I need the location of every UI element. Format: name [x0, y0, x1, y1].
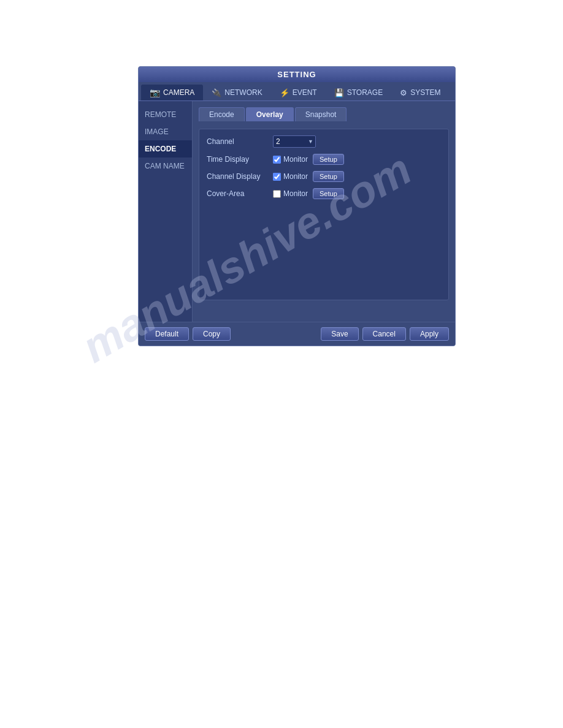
time-display-monitor-text: Monitor	[283, 155, 308, 164]
channel-label: Channel	[207, 137, 268, 146]
cover-area-label: Cover-Area	[207, 189, 268, 198]
tab-event-label: EVENT	[293, 88, 317, 97]
cover-area-monitor-text: Monitor	[283, 189, 308, 198]
inner-tab-encode[interactable]: Encode	[199, 107, 245, 121]
tab-system[interactable]: ⚙ SYSTEM	[391, 85, 449, 100]
tab-camera-label: CAMERA	[163, 88, 194, 97]
inner-tab-snapshot[interactable]: Snapshot	[295, 107, 347, 121]
settings-dialog: SETTING 📷 CAMERA 🔌 NETWORK ⚡ EVENT 💾 STO…	[138, 66, 456, 346]
bottom-right-buttons: Save Cancel Apply	[321, 327, 449, 341]
cover-area-setup-button[interactable]: Setup	[313, 188, 344, 199]
copy-button[interactable]: Copy	[193, 327, 231, 341]
network-icon: 🔌	[212, 88, 221, 97]
tab-network-label: NETWORK	[224, 88, 262, 97]
cover-area-monitor-checkbox[interactable]	[273, 190, 281, 198]
tab-system-label: SYSTEM	[410, 88, 440, 97]
cancel-button[interactable]: Cancel	[362, 327, 406, 341]
event-icon: ⚡	[280, 88, 289, 97]
top-tab-bar: 📷 CAMERA 🔌 NETWORK ⚡ EVENT 💾 STORAGE ⚙ S…	[139, 82, 455, 101]
dialog-title: SETTING	[139, 67, 455, 82]
channel-select[interactable]: 1 2 3 4	[273, 135, 316, 148]
cover-area-monitor-checkbox-label[interactable]: Monitor	[273, 189, 308, 198]
content-area: Encode Overlay Snapshot Channel 1 2 3 4	[193, 101, 455, 322]
time-display-row: Time Display Monitor Setup	[207, 154, 441, 165]
channel-display-label: Channel Display	[207, 172, 268, 181]
time-display-setup-button[interactable]: Setup	[313, 154, 344, 165]
sidebar-item-encode[interactable]: ENCODE	[139, 140, 192, 157]
time-display-label: Time Display	[207, 155, 268, 164]
form-area: Channel 1 2 3 4 ▼ Time Display	[199, 129, 449, 300]
default-button[interactable]: Default	[145, 327, 189, 341]
channel-display-monitor-text: Monitor	[283, 172, 308, 181]
channel-display-row: Channel Display Monitor Setup	[207, 171, 441, 182]
tab-storage-label: STORAGE	[347, 88, 383, 97]
bottom-bar: Default Copy Save Cancel Apply	[139, 322, 455, 346]
inner-tab-overlay[interactable]: Overlay	[246, 107, 294, 121]
sidebar-item-image[interactable]: IMAGE	[139, 123, 192, 140]
time-display-monitor-checkbox[interactable]	[273, 156, 281, 164]
sidebar-item-camname[interactable]: CAM NAME	[139, 157, 192, 175]
tab-event[interactable]: ⚡ EVENT	[271, 85, 326, 100]
system-icon: ⚙	[400, 88, 407, 97]
channel-row: Channel 1 2 3 4 ▼	[207, 135, 441, 148]
inner-tab-bar: Encode Overlay Snapshot	[199, 107, 449, 121]
cover-area-row: Cover-Area Monitor Setup	[207, 188, 441, 199]
tab-network[interactable]: 🔌 NETWORK	[203, 85, 270, 100]
channel-select-wrapper: 1 2 3 4 ▼	[273, 135, 316, 148]
bottom-left-buttons: Default Copy	[145, 327, 231, 341]
tab-storage[interactable]: 💾 STORAGE	[326, 85, 391, 100]
sidebar-item-remote[interactable]: REMOTE	[139, 106, 192, 123]
channel-display-monitor-checkbox[interactable]	[273, 173, 281, 181]
tab-camera[interactable]: 📷 CAMERA	[141, 85, 203, 100]
apply-button[interactable]: Apply	[410, 327, 449, 341]
save-button[interactable]: Save	[321, 327, 358, 341]
storage-icon: 💾	[334, 88, 344, 97]
channel-display-setup-button[interactable]: Setup	[313, 171, 344, 182]
time-display-monitor-checkbox-label[interactable]: Monitor	[273, 155, 308, 164]
main-area: REMOTE IMAGE ENCODE CAM NAME Encode Over…	[139, 101, 455, 322]
camera-icon: 📷	[150, 88, 160, 97]
sidebar: REMOTE IMAGE ENCODE CAM NAME	[139, 101, 193, 322]
channel-display-monitor-checkbox-label[interactable]: Monitor	[273, 172, 308, 181]
